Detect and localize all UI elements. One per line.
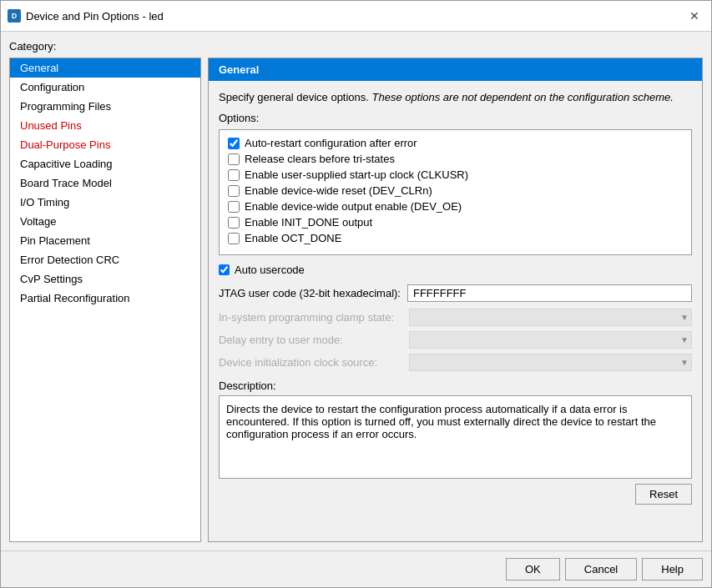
checkbox-auto-restart[interactable] [228, 138, 240, 149]
device-init-clock-label: Device initialization clock source: [219, 356, 402, 369]
device-init-clock-wrapper: ▼ [409, 354, 692, 371]
in-system-clamp-wrapper: ▼ [409, 309, 692, 326]
content-header: General [209, 58, 702, 81]
auto-usercode-label: Auto usercode [235, 264, 305, 276]
checkbox-enable-user-clock[interactable] [228, 169, 240, 181]
in-system-clamp-label: In-system programming clamp state: [219, 311, 402, 324]
sidebar-item-voltage[interactable]: Voltage [10, 212, 200, 231]
sidebar: GeneralConfigurationProgramming FilesUnu… [9, 58, 201, 542]
checkbox-enable-oct-done[interactable] [228, 233, 240, 244]
content-panel: General Specify general device options. … [208, 58, 703, 542]
sidebar-item-unused-pins[interactable]: Unused Pins [10, 116, 200, 135]
category-label: Category: [9, 40, 703, 53]
close-button[interactable]: ✕ [684, 6, 704, 26]
checkbox-row-release-clears: Release clears before tri-states [228, 153, 683, 165]
dialog-title: Device and Pin Options - led [26, 10, 684, 23]
checkbox-label-release-clears: Release clears before tri-states [245, 153, 395, 165]
sidebar-item-dual-purpose-pins[interactable]: Dual-Purpose Pins [10, 135, 200, 154]
dialog-icon: D [8, 9, 21, 23]
delay-user-mode-row: Delay entry to user mode: ▼ [219, 331, 692, 349]
checkbox-row-enable-dev-oe: Enable device-wide output enable (DEV_OE… [228, 200, 683, 213]
checkbox-enable-init-done[interactable] [228, 217, 240, 229]
checkbox-label-auto-restart: Auto-restart configuration after error [245, 137, 417, 149]
sidebar-item-error-detection-crc[interactable]: Error Detection CRC [10, 250, 200, 269]
description-label: Description: [219, 379, 692, 392]
device-init-clock-row: Device initialization clock source: ▼ [219, 354, 692, 371]
dialog: D Device and Pin Options - led ✕ Categor… [0, 0, 712, 588]
delay-user-mode-select[interactable] [409, 331, 692, 349]
jtag-row: JTAG user code (32-bit hexadecimal): [219, 284, 692, 302]
checkbox-label-enable-dev-clrn: Enable device-wide reset (DEV_CLRn) [245, 184, 432, 197]
sidebar-item-cvp-settings[interactable]: CvP Settings [10, 269, 200, 289]
cancel-button[interactable]: Cancel [565, 558, 637, 580]
dialog-body: Category: GeneralConfigurationProgrammin… [1, 32, 711, 550]
auto-usercode-checkbox[interactable] [219, 264, 230, 275]
checkbox-enable-dev-oe[interactable] [228, 201, 240, 213]
checkbox-label-enable-user-clock: Enable user-supplied start-up clock (CLK… [245, 168, 468, 181]
sidebar-item-general[interactable]: General [10, 58, 200, 78]
options-label: Options: [219, 112, 692, 124]
options-box: Auto-restart configuration after errorRe… [219, 129, 692, 255]
sidebar-item-configuration[interactable]: Configuration [10, 78, 200, 97]
sidebar-item-capacitive-loading[interactable]: Capacitive Loading [10, 154, 200, 173]
content-inner: Specify general device options. These op… [209, 81, 702, 541]
in-system-clamp-row: In-system programming clamp state: ▼ [219, 309, 692, 326]
description-box: Directs the device to restart the config… [219, 395, 692, 479]
checkbox-label-enable-dev-oe: Enable device-wide output enable (DEV_OE… [245, 200, 462, 213]
checkbox-row-enable-oct-done: Enable OCT_DONE [228, 232, 683, 244]
checkbox-enable-dev-clrn[interactable] [228, 185, 240, 197]
title-bar: D Device and Pin Options - led ✕ [1, 1, 711, 32]
bottom-bar: OK Cancel Help [1, 550, 711, 587]
device-init-clock-select[interactable] [409, 354, 692, 371]
intro-normal: Specify general device options. [219, 91, 369, 103]
reset-button[interactable]: Reset [635, 484, 692, 505]
main-area: GeneralConfigurationProgramming FilesUnu… [9, 58, 703, 542]
checkbox-label-enable-init-done: Enable INIT_DONE output [245, 216, 372, 229]
delay-user-mode-wrapper: ▼ [409, 331, 692, 349]
in-system-clamp-select[interactable] [409, 309, 692, 326]
sidebar-item-programming-files[interactable]: Programming Files [10, 97, 200, 116]
intro-italic: These options are not dependent on the c… [372, 91, 674, 103]
checkbox-label-enable-oct-done: Enable OCT_DONE [245, 232, 341, 244]
checkbox-row-enable-user-clock: Enable user-supplied start-up clock (CLK… [228, 168, 683, 181]
ok-button[interactable]: OK [506, 558, 560, 580]
checkbox-release-clears[interactable] [228, 153, 240, 165]
checkbox-row-auto-restart: Auto-restart configuration after error [228, 137, 683, 149]
sidebar-item-pin-placement[interactable]: Pin Placement [10, 231, 200, 250]
checkbox-row-enable-dev-clrn: Enable device-wide reset (DEV_CLRn) [228, 184, 683, 197]
auto-usercode-row: Auto usercode [219, 264, 692, 276]
sidebar-item-io-timing[interactable]: I/O Timing [10, 193, 200, 212]
checkbox-row-enable-init-done: Enable INIT_DONE output [228, 216, 683, 229]
jtag-input[interactable] [407, 284, 692, 302]
svg-text:D: D [12, 12, 18, 20]
reset-row: Reset [219, 479, 692, 505]
help-button[interactable]: Help [642, 558, 703, 580]
sidebar-item-partial-reconfiguration[interactable]: Partial Reconfiguration [10, 289, 200, 308]
intro-text: Specify general device options. These op… [219, 91, 692, 103]
jtag-label: JTAG user code (32-bit hexadecimal): [219, 287, 401, 299]
description-section: Description: Directs the device to resta… [219, 379, 692, 479]
sidebar-item-board-trace-model[interactable]: Board Trace Model [10, 173, 200, 193]
delay-user-mode-label: Delay entry to user mode: [219, 334, 402, 346]
